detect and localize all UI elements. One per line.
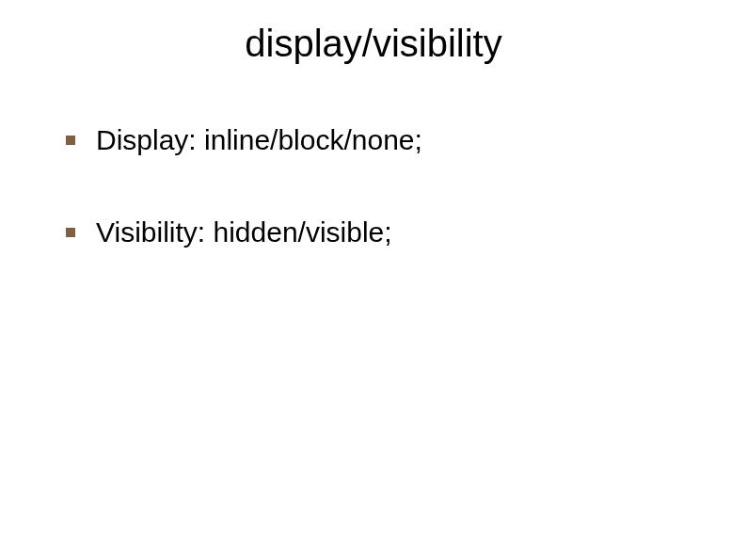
bullet-icon [66, 228, 75, 237]
bullet-icon [66, 136, 75, 145]
slide: display/visibility Display: inline/block… [0, 0, 747, 560]
slide-body: Display: inline/block/none; Visibility: … [66, 122, 681, 306]
list-item: Visibility: hidden/visible; [66, 215, 681, 250]
slide-title: display/visibility [0, 23, 747, 65]
list-item-text: Visibility: hidden/visible; [96, 215, 392, 250]
list-item-text: Display: inline/block/none; [96, 122, 422, 158]
list-item: Display: inline/block/none; [66, 122, 681, 158]
